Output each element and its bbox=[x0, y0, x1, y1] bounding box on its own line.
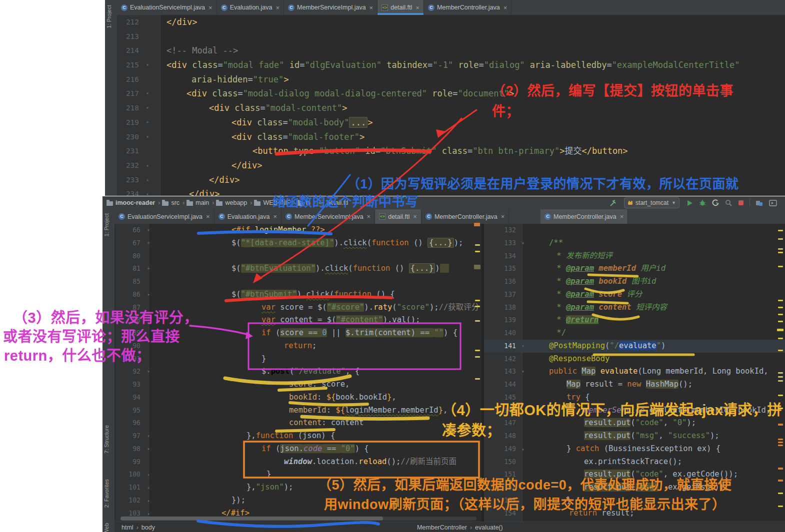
code-line-66[interactable]: 66▾<#if loginMember ??> bbox=[116, 224, 482, 237]
profiler-icon[interactable] bbox=[725, 199, 732, 206]
line-number[interactable]: 135 bbox=[484, 262, 520, 275]
line-number[interactable]: 67 bbox=[116, 237, 144, 250]
fold-marker-icon[interactable]: ▾ bbox=[143, 101, 152, 115]
tab-EvaluationServiceImpl.java[interactable]: CEvaluationServiceImpl.java× bbox=[117, 0, 217, 15]
debug-icon[interactable] bbox=[699, 199, 706, 206]
status-path-item[interactable]: body bbox=[142, 524, 155, 531]
line-number[interactable]: 137 bbox=[484, 288, 520, 301]
fold-marker-icon[interactable]: ▾ bbox=[144, 365, 152, 378]
line-number[interactable]: 98 bbox=[116, 443, 144, 456]
tab-detail.ftl[interactable]: <>detail.ftl× bbox=[378, 0, 424, 15]
fold-marker-icon[interactable]: ▾ bbox=[144, 430, 152, 443]
close-tab-icon[interactable]: × bbox=[370, 4, 374, 11]
line-number[interactable]: 133 bbox=[484, 237, 520, 250]
stop-icon[interactable] bbox=[738, 200, 744, 206]
close-tab-icon[interactable]: × bbox=[620, 213, 624, 220]
code-line-97[interactable]: 97▾},function (json) { bbox=[116, 430, 482, 443]
breadcrumb-item-src[interactable]: src› bbox=[162, 199, 184, 206]
code-line-93[interactable]: 93score: score, bbox=[116, 378, 482, 391]
fold-marker-icon[interactable]: + bbox=[144, 262, 152, 275]
fold-marker-icon[interactable]: ▴ bbox=[144, 468, 152, 481]
fold-marker-icon[interactable]: ▾ bbox=[144, 224, 152, 237]
code-line-99[interactable]: 99window.location.reload();//刷新当前页面 bbox=[116, 456, 482, 469]
fold-marker-icon[interactable]: ▴ bbox=[520, 443, 526, 456]
line-number[interactable]: 85 bbox=[116, 275, 144, 288]
tab-MemberController.java[interactable]: CMemberController.java× bbox=[422, 209, 509, 224]
line-number[interactable]: 142 bbox=[484, 353, 520, 366]
close-tab-icon[interactable]: × bbox=[206, 213, 210, 220]
line-number[interactable]: 93 bbox=[116, 378, 144, 391]
fold-marker-icon[interactable]: ▾ bbox=[144, 443, 152, 456]
breadcrumb-item-main[interactable]: main› bbox=[186, 199, 214, 206]
close-tab-icon[interactable]: × bbox=[273, 213, 277, 220]
code-line-148[interactable]: 148result.put("msg", "success"); bbox=[484, 430, 785, 443]
tab-MemberController.java[interactable]: CMemberController.java× bbox=[540, 209, 628, 224]
code-line-137[interactable]: 137 * @param score 评分 bbox=[484, 288, 785, 301]
sidebar-item-project[interactable]: 1: Project bbox=[106, 5, 112, 28]
fold-marker-icon[interactable]: ▾ bbox=[144, 288, 152, 301]
close-tab-icon[interactable]: × bbox=[413, 213, 417, 220]
code-line-215[interactable]: 215▾<div class="modal fade" id="dlgEvalu… bbox=[117, 58, 785, 72]
code-line-80[interactable]: 80 bbox=[116, 250, 482, 263]
code-line-141[interactable]: 141▾@PostMapping("/evaluate") bbox=[484, 340, 785, 353]
code-line-95[interactable]: 95memberId: ${loginMember.memberId}, bbox=[116, 404, 482, 417]
line-number[interactable]: 213 bbox=[117, 29, 143, 44]
line-number[interactable]: 231 bbox=[117, 144, 143, 158]
code-line-94[interactable]: 94bookId: ${book.bookId}, bbox=[116, 391, 482, 404]
code-line-231[interactable]: 231<button type="button" id="btnSubmit" … bbox=[117, 144, 785, 158]
code-line-149[interactable]: 149▴} catch (BussinessException ex) { bbox=[484, 443, 785, 456]
line-number[interactable]: 100 bbox=[116, 468, 144, 481]
close-tab-icon[interactable]: × bbox=[501, 213, 505, 220]
breadcrumb-item-webapp[interactable]: webapp› bbox=[216, 199, 252, 206]
code-line-67[interactable]: 67+$("*[data-read-state]").click(functio… bbox=[116, 237, 482, 250]
fold-marker-icon[interactable]: + bbox=[143, 115, 152, 130]
line-number[interactable]: 232 bbox=[117, 158, 143, 173]
console-icon[interactable] bbox=[769, 200, 777, 206]
fold-marker-icon[interactable]: ▴ bbox=[143, 158, 152, 173]
line-number[interactable]: 80 bbox=[116, 250, 144, 263]
run-icon[interactable] bbox=[686, 200, 693, 206]
tab-EvaluationServiceImpl.java[interactable]: CEvaluationServiceImpl.java× bbox=[114, 209, 214, 224]
code-line-85[interactable]: 85 bbox=[116, 275, 482, 288]
line-number[interactable]: 144 bbox=[484, 378, 520, 391]
fold-marker-icon[interactable]: ▴ bbox=[144, 481, 152, 494]
run-dashboard-icon[interactable] bbox=[756, 200, 763, 206]
code-line-142[interactable]: 142@ResponseBody bbox=[484, 353, 785, 366]
tab-detail.ftl[interactable]: <>detail.ftl× bbox=[375, 209, 422, 224]
code-line-136[interactable]: 136 * @param bookId 图书id bbox=[484, 275, 785, 288]
breadcrumb-item-imooc-reader[interactable]: imooc-reader› bbox=[106, 199, 160, 206]
code-line-134[interactable]: 134 * 发布新的短评 bbox=[484, 250, 785, 263]
code-line-230[interactable]: 230▾<div class="modal-footer"> bbox=[117, 130, 785, 144]
line-number[interactable]: 215 bbox=[117, 58, 143, 72]
line-number[interactable]: 134 bbox=[484, 250, 520, 263]
code-line-219[interactable]: 219+<div class="modal-body"...> bbox=[117, 115, 785, 130]
close-tab-icon[interactable]: × bbox=[416, 4, 420, 11]
code-line-144[interactable]: 144Map result = new HashMap(); bbox=[484, 378, 785, 391]
line-number[interactable]: 149 bbox=[484, 443, 520, 456]
code-line-81[interactable]: 81+$("#btnEvaluation").click(function ()… bbox=[116, 262, 482, 275]
code-line-143[interactable]: 143▾public Map evaluate(Long memberId, L… bbox=[484, 365, 785, 378]
code-line-150[interactable]: 150ex.printStackTrace(); bbox=[484, 456, 785, 469]
code-line-212[interactable]: 212</div> bbox=[117, 15, 785, 29]
tab-Evaluation.java[interactable]: CEvaluation.java× bbox=[217, 0, 284, 15]
line-number[interactable]: 234 bbox=[117, 187, 143, 196]
line-number[interactable]: 136 bbox=[484, 275, 520, 288]
editor-top[interactable]: 212</div>213214<!-- Modal -->215▾<div cl… bbox=[117, 15, 785, 196]
line-number[interactable]: 233 bbox=[117, 173, 143, 187]
line-number[interactable]: 140 bbox=[484, 327, 520, 340]
line-number[interactable]: 216 bbox=[117, 72, 143, 87]
line-number[interactable]: 132 bbox=[484, 224, 520, 237]
code-line-91[interactable]: 91} bbox=[116, 353, 482, 366]
line-number[interactable]: 95 bbox=[116, 404, 144, 417]
build-hammer-icon[interactable] bbox=[610, 199, 617, 207]
coverage-icon[interactable] bbox=[712, 199, 719, 206]
close-tab-icon[interactable]: × bbox=[504, 4, 508, 11]
sidebar-item-structure[interactable]: 7: Structure bbox=[104, 425, 110, 454]
code-line-132[interactable]: 132 bbox=[484, 224, 785, 237]
code-line-96[interactable]: 96content: content bbox=[116, 417, 482, 430]
code-line-135[interactable]: 135 * @param memberId 用户id bbox=[484, 262, 785, 275]
line-number[interactable]: 217 bbox=[117, 86, 143, 101]
line-number[interactable]: 94 bbox=[116, 391, 144, 404]
status-path-item[interactable]: MemberController bbox=[417, 524, 467, 531]
line-number[interactable]: 150 bbox=[484, 456, 520, 469]
